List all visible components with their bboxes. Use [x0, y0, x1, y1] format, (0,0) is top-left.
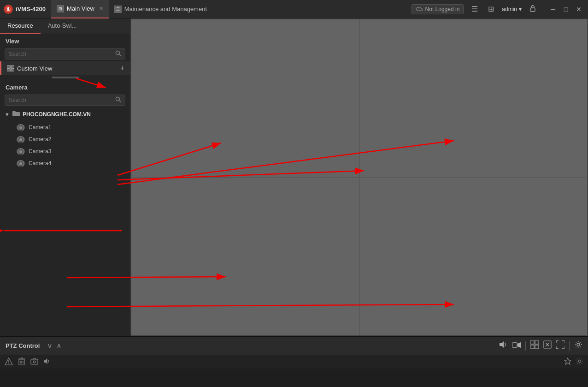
svg-rect-26 [535, 345, 539, 349]
camera2-label: Camera2 [29, 136, 51, 143]
camera-search-input[interactable] [9, 97, 115, 103]
svg-point-13 [19, 126, 22, 129]
toolbar-divider-2 [569, 341, 570, 351]
camera-item-4[interactable]: Camera4 [0, 157, 130, 169]
titlebar: iVMS-4200 ⊞ Main View ✕ ☰ Maintenance an… [0, 0, 588, 18]
svg-rect-3 [530, 8, 535, 12]
sidebar: Resource Auto-Swi... View [0, 18, 130, 336]
camera2-icon [17, 136, 25, 143]
app-logo: iVMS-4200 [4, 5, 46, 14]
window-controls: ─ □ ✕ [547, 4, 584, 15]
svg-rect-23 [530, 340, 534, 344]
cloud-status-text: Not Logged in [425, 6, 460, 12]
close-btn[interactable]: ✕ [573, 4, 584, 15]
ptz-label: PTZ Control [6, 342, 40, 349]
camera3-label: Camera3 [29, 148, 51, 155]
tab-main-view-icon: ⊞ [57, 5, 64, 12]
view-cell-2[interactable] [360, 19, 588, 177]
screenshot-btn[interactable] [30, 358, 38, 366]
camera-search-icon [115, 96, 121, 104]
camera-item-1[interactable]: Camera1 [0, 121, 130, 133]
minimize-btn[interactable]: ─ [547, 4, 559, 15]
custom-view-item[interactable]: Custom View + [0, 61, 130, 75]
view-search-input[interactable] [9, 51, 115, 57]
svg-rect-21 [512, 343, 517, 347]
sidebar-tab-resource[interactable]: Resource [0, 18, 41, 34]
view-search-box[interactable] [5, 48, 125, 60]
svg-marker-43 [564, 358, 571, 364]
camera1-label: Camera1 [29, 124, 51, 131]
tab-maintenance-icon: ☰ [114, 6, 122, 13]
camera-group-label: PHOCONGNGHE.COM.VN [23, 111, 91, 118]
view-cell-4[interactable] [360, 178, 588, 336]
tab-main-view-label: Main View [67, 5, 94, 12]
sidebar-tab-autoswitch[interactable]: Auto-Swi... [41, 18, 84, 34]
camera1-icon [17, 124, 25, 131]
svg-rect-8 [7, 69, 10, 71]
alert-btn[interactable] [5, 357, 13, 367]
app-title: iVMS-4200 [16, 6, 46, 12]
view-search-icon [115, 50, 121, 58]
view-section: View [0, 34, 130, 80]
tab-main-view-close[interactable]: ✕ [99, 6, 103, 12]
toolbar-divider-1 [525, 341, 526, 351]
view-cell-1[interactable] [131, 19, 359, 177]
resize-handle[interactable] [0, 75, 130, 80]
exit-view-btn[interactable] [543, 340, 552, 351]
svg-line-11 [119, 101, 121, 102]
maximize-btn[interactable]: □ [560, 4, 571, 15]
view-header: View [0, 34, 130, 47]
toolbar-right [500, 340, 582, 351]
camera3-icon [17, 148, 25, 155]
camera-search-box[interactable] [5, 95, 125, 106]
camera4-label: Camera4 [29, 160, 51, 167]
lock-btn[interactable] [527, 4, 538, 15]
svg-point-4 [116, 51, 120, 55]
svg-marker-20 [500, 341, 504, 348]
status-bar [0, 355, 588, 369]
camera-item-3[interactable]: Camera3 [0, 145, 130, 157]
admin-menu[interactable]: admin ▾ [502, 6, 522, 12]
add-custom-view-btn[interactable]: + [120, 64, 124, 72]
audio-btn[interactable] [44, 357, 51, 366]
group-expand-icon: ▼ [5, 112, 10, 117]
fullscreen-btn[interactable] [556, 340, 564, 351]
camera-header: Camera [0, 80, 130, 93]
svg-point-41 [33, 361, 35, 363]
main-layout: Resource Auto-Swi... View [0, 18, 588, 336]
ptz-expand-btn[interactable]: ∧ [56, 341, 62, 350]
svg-point-15 [19, 138, 22, 141]
cloud-status[interactable]: Not Logged in [412, 4, 464, 14]
layout-switch-btn[interactable] [530, 340, 539, 351]
svg-marker-42 [44, 358, 47, 364]
settings-btn[interactable] [574, 340, 582, 351]
sidebar-tabs: Resource Auto-Swi... [0, 18, 130, 34]
list-view-btn[interactable]: ☰ [469, 4, 480, 14]
admin-dropdown-icon: ▾ [519, 6, 522, 12]
ptz-collapse-btn[interactable]: ∨ [47, 341, 53, 350]
layout-btn[interactable]: ⊞ [486, 4, 496, 14]
camera-group[interactable]: ▼ PHOCONGNGHE.COM.VN [0, 107, 130, 121]
cloud-icon [416, 6, 423, 12]
svg-rect-6 [7, 65, 10, 68]
view-cell-3[interactable] [131, 178, 359, 336]
camera4-icon [17, 160, 25, 167]
record-btn[interactable] [512, 341, 521, 351]
svg-rect-2 [7, 10, 10, 11]
camera-section: Camera ▼ PHO [0, 80, 130, 336]
app-icon [4, 5, 13, 14]
custom-view-icon [7, 65, 14, 71]
delete-btn[interactable] [18, 357, 25, 367]
folder-icon [12, 111, 20, 118]
tab-main-view[interactable]: ⊞ Main View ✕ [51, 0, 109, 18]
volume-btn[interactable] [500, 341, 508, 351]
star-btn[interactable] [564, 357, 571, 366]
svg-line-5 [119, 54, 121, 56]
camera-item-2[interactable]: Camera2 [0, 133, 130, 145]
admin-label: admin [502, 6, 517, 12]
status-settings-btn[interactable] [576, 357, 583, 366]
svg-rect-24 [535, 340, 539, 344]
tab-maintenance[interactable]: ☰ Maintenance and Management [109, 0, 212, 18]
camera-list: ▼ PHOCONGNGHE.COM.VN [0, 107, 130, 336]
titlebar-right: Not Logged in ☰ ⊞ admin ▾ ─ □ ✕ [412, 4, 584, 15]
